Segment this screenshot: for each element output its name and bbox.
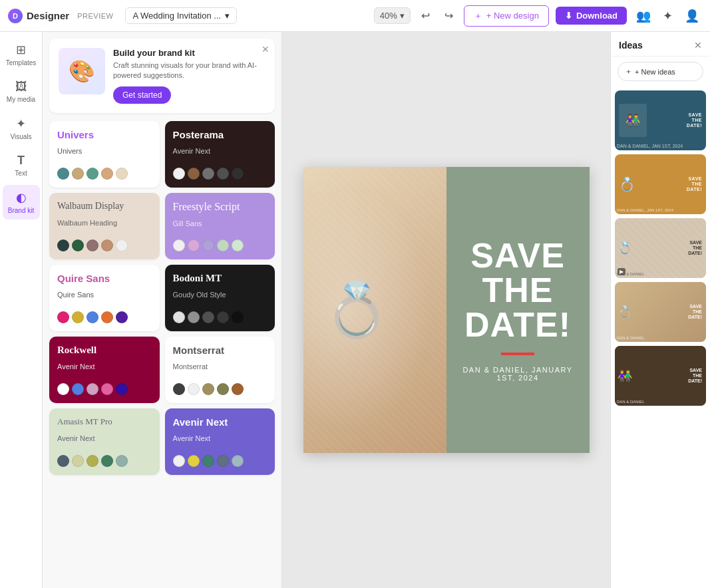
brand-card-title: Walbaum Display: [57, 201, 152, 212]
idea-card-1[interactable]: SAVETHEDATE! 👫 DAN & DANIEL, JAN 1ST, 20…: [615, 90, 706, 150]
sidebar-item-templates[interactable]: ⊞ Templates: [3, 37, 40, 72]
sidebar-item-label: Text: [15, 170, 27, 177]
brand-card-univers[interactable]: Univers Univers: [49, 121, 160, 188]
idea-card-image-2: SAVETHEDATE! 💍 DAN & DANIEL, JAN 1ST, 20…: [615, 154, 706, 214]
brand-card-amasis[interactable]: Amasis MT Pro Avenir Next: [49, 408, 160, 475]
color-dot: [188, 311, 200, 323]
brand-card-colors: [173, 311, 267, 323]
idea-card-image-1: SAVETHEDATE! 👫 DAN & DANIEL, JAN 1ST, 20…: [615, 90, 706, 150]
brand-card-colors: [173, 383, 267, 395]
color-dot: [188, 383, 200, 395]
sidebar-item-visuals[interactable]: ✦ Visuals: [3, 111, 40, 146]
color-dot: [72, 168, 84, 180]
color-dot: [202, 455, 214, 467]
document-title-button[interactable]: A Wedding Invitation ... ▾: [125, 7, 237, 24]
brand-card-title: Avenir Next: [173, 416, 267, 428]
brand-card-quire[interactable]: Quire Sans Quire Sans: [49, 265, 160, 331]
preview-label: PREVIEW: [77, 12, 113, 20]
brand-card-colors: [173, 168, 267, 180]
color-dot: [57, 168, 69, 180]
download-button[interactable]: ⬇ Download: [556, 7, 627, 25]
plus-icon: ＋: [474, 10, 482, 22]
chevron-down-icon: ▾: [400, 11, 405, 21]
color-dot: [173, 239, 185, 251]
brand-card-montserrat[interactable]: Montserrat Montserrat: [165, 337, 275, 403]
color-dot: [232, 383, 244, 395]
brand-card-title: Univers: [57, 129, 152, 140]
canvas-save-the-date: SAVE THE DATE!: [460, 238, 576, 342]
color-dot: [217, 455, 229, 467]
sidebar-item-label: My media: [7, 96, 35, 103]
idea-card-image-4: SAVETHEDATE! 💍 DAN & DANIEL: [615, 282, 706, 342]
color-dot: [173, 311, 185, 323]
zoom-button[interactable]: 40% ▾: [374, 7, 411, 24]
ideas-close-button[interactable]: ✕: [694, 40, 702, 51]
brand-card-walbaum[interactable]: Walbaum Display Walbaum Heading: [49, 193, 160, 259]
brand-card-title: Amasis MT Pro: [57, 416, 152, 427]
new-design-label: + New design: [486, 11, 539, 21]
icon-sidebar: ⊞ Templates 🖼 My media ✦ Visuals T Text …: [0, 32, 43, 588]
color-dot: [217, 311, 229, 323]
text-icon: T: [17, 154, 25, 168]
brand-card-title: Posterama: [173, 129, 267, 140]
profile-button[interactable]: 👤: [682, 6, 702, 26]
close-promo-button[interactable]: ✕: [262, 44, 269, 55]
sparkle-button[interactable]: ✦: [660, 6, 675, 26]
canvas-red-divider: [501, 353, 534, 355]
color-dot: [57, 311, 69, 323]
color-dot: [57, 239, 69, 251]
brand-card-colors: [173, 455, 267, 467]
brand-kit-illustration: 🎨: [59, 48, 105, 94]
idea-card-image-3: SAVETHEDATE! 💍 ▶ DAN & DANIEL: [615, 218, 706, 278]
color-dot: [232, 455, 244, 467]
idea-card-4[interactable]: SAVETHEDATE! 💍 DAN & DANIEL: [615, 282, 706, 342]
brand-panel: ✕ 🎨 Build your brand kit Craft stunning …: [43, 32, 282, 588]
brand-card-colors: [57, 311, 152, 323]
canvas-wrapper[interactable]: 💍 SAVE THE DATE! DAN & DANIEL, JANUARY 1…: [303, 167, 590, 453]
brand-card-freestyle[interactable]: Freestyle Script Gill Sans: [165, 193, 275, 259]
color-dot: [72, 455, 84, 467]
brand-card-colors: [57, 383, 152, 395]
brand-card-subtitle: Avenir Next: [57, 434, 152, 442]
color-dot: [173, 168, 185, 180]
ideas-title: Ideas: [619, 40, 643, 51]
color-dot: [101, 239, 113, 251]
share-button[interactable]: 👥: [633, 6, 653, 26]
color-dot: [188, 168, 200, 180]
brand-card-bodoni[interactable]: Bodoni MT Goudy Old Style: [165, 265, 275, 331]
brand-card-avenir-next[interactable]: Avenir Next Avenir Next: [165, 408, 275, 475]
ideas-header: Ideas ✕: [611, 32, 710, 57]
download-icon: ⬇: [565, 11, 572, 21]
new-design-button[interactable]: ＋ + New design: [464, 5, 549, 27]
color-dot: [202, 383, 214, 395]
brand-card-subtitle: Avenir Next: [57, 363, 152, 370]
brand-card-posterama[interactable]: Posterama Avenir Next: [165, 121, 275, 188]
sidebar-item-label: Visuals: [10, 133, 31, 140]
templates-icon: ⊞: [16, 43, 26, 57]
idea-card-3[interactable]: SAVETHEDATE! 💍 ▶ DAN & DANIEL: [615, 218, 706, 278]
idea-card-5[interactable]: SAVETHEDATE! 👫 DAN & DANIEL: [615, 346, 706, 406]
brand-cards-grid: Univers Univers Posterama Avenir Next: [49, 121, 275, 475]
color-dot: [101, 311, 113, 323]
undo-button[interactable]: ↩: [417, 7, 434, 25]
get-started-button[interactable]: Get started: [113, 86, 171, 104]
idea-card-2[interactable]: SAVETHEDATE! 💍 DAN & DANIEL, JAN 1ST, 20…: [615, 154, 706, 214]
sidebar-item-label: Templates: [6, 59, 37, 67]
ideas-sidebar: Ideas ✕ ＋ + New ideas SAVETHEDATE! 👫 DAN…: [610, 32, 710, 588]
sidebar-item-my-media[interactable]: 🖼 My media: [3, 74, 40, 108]
redo-button[interactable]: ↪: [441, 7, 457, 25]
color-dot: [116, 168, 128, 180]
brand-card-rockwell[interactable]: Rockwell Avenir Next: [49, 337, 160, 403]
new-ideas-button[interactable]: ＋ + New ideas: [618, 62, 703, 81]
sidebar-item-brand-kit[interactable]: ◐ Brand kit: [3, 185, 40, 220]
brand-card-subtitle: Avenir Next: [173, 434, 267, 442]
color-dot: [217, 239, 229, 251]
color-dot: [87, 383, 98, 395]
brand-card-subtitle: Avenir Next: [173, 147, 267, 155]
color-dot: [188, 239, 200, 251]
brand-card-title: Freestyle Script: [173, 201, 267, 213]
canvas-right-half: SAVE THE DATE! DAN & DANIEL, JANUARY 1ST…: [446, 167, 590, 453]
color-dot: [217, 383, 229, 395]
sidebar-item-text[interactable]: T Text: [3, 148, 40, 182]
brand-card-colors: [57, 239, 152, 251]
